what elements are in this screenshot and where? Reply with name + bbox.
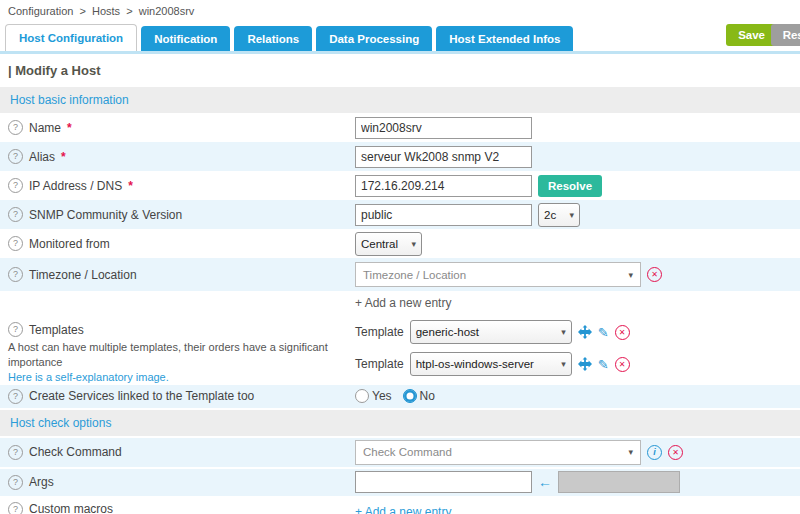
required-marker: * <box>61 150 66 164</box>
radio-yes[interactable] <box>355 389 369 403</box>
row-check-command: ? Check Command Check Command ▾ i ✕ <box>0 438 800 467</box>
required-marker: * <box>67 121 72 135</box>
alias-input[interactable] <box>355 146 532 168</box>
help-icon[interactable]: ? <box>8 322 23 337</box>
create-services-label: Create Services linked to the Template t… <box>29 389 254 403</box>
tab-bar: Host Configuration Notification Relation… <box>0 21 800 54</box>
args-label: Args <box>29 475 54 489</box>
monitored-from-value: Central <box>361 238 398 250</box>
tab-notification[interactable]: Notification <box>141 26 230 51</box>
breadcrumb: Configuration > Hosts > win2008srv <box>0 0 800 21</box>
timezone-select[interactable]: Timezone / Location ▾ <box>355 262 641 287</box>
templates-description: A host can have multiple templates, thei… <box>8 340 355 370</box>
move-icon[interactable] <box>578 357 592 371</box>
row-custom-macros: ? Custom macros Template inheritance Com… <box>0 496 800 514</box>
tab-relations[interactable]: Relations <box>234 26 312 51</box>
save-button[interactable]: Save <box>726 24 777 46</box>
tab-host-extended-infos[interactable]: Host Extended Infos <box>436 26 573 51</box>
edit-icon[interactable]: ✎ <box>598 357 609 372</box>
check-command-label: Check Command <box>29 445 122 459</box>
chevron-down-icon: ▾ <box>411 239 416 249</box>
monitored-from-select[interactable]: Central ▾ <box>355 232 422 256</box>
required-marker: * <box>128 179 133 193</box>
custom-macros-label: Custom macros <box>29 502 113 514</box>
args-disabled-box <box>558 471 680 493</box>
template-row-label: Template <box>355 325 404 339</box>
move-icon[interactable] <box>578 325 592 339</box>
help-icon[interactable]: ? <box>8 178 23 193</box>
info-icon[interactable]: i <box>647 445 662 460</box>
breadcrumb-item[interactable]: Configuration <box>8 5 73 17</box>
template-select-1[interactable]: generic-host ▾ <box>410 320 572 344</box>
reset-button[interactable]: Reset <box>771 24 800 46</box>
snmp-label: SNMP Community & Version <box>29 208 182 222</box>
help-icon[interactable]: ? <box>8 149 23 164</box>
name-label: Name <box>29 121 61 135</box>
template-select-1-value: generic-host <box>416 326 479 338</box>
edit-icon[interactable]: ✎ <box>598 325 609 340</box>
delete-template-icon[interactable]: ✕ <box>615 325 630 340</box>
name-input[interactable] <box>355 117 532 139</box>
clear-check-command-icon[interactable]: ✕ <box>668 445 683 460</box>
row-snmp: ? SNMP Community & Version 2c ▾ <box>0 200 800 229</box>
ip-address-input[interactable] <box>355 175 532 197</box>
check-command-select[interactable]: Check Command ▾ <box>355 440 641 465</box>
radio-no-label: No <box>420 389 435 403</box>
chevron-down-icon: ▾ <box>569 210 574 220</box>
template-select-2-value: htpl-os-windows-server <box>416 358 534 370</box>
row-ip-address: ? IP Address / DNS * Resolve <box>0 171 800 200</box>
check-command-placeholder: Check Command <box>363 446 452 458</box>
help-icon[interactable]: ? <box>8 445 23 460</box>
help-icon[interactable]: ? <box>8 389 23 404</box>
arrow-left-icon: ← <box>538 474 552 490</box>
args-input[interactable] <box>355 471 532 493</box>
ip-address-label: IP Address / DNS <box>29 179 122 193</box>
snmp-version-value: 2c <box>544 209 556 221</box>
alias-label: Alias <box>29 150 55 164</box>
tab-data-processing[interactable]: Data Processing <box>316 26 432 51</box>
breadcrumb-item[interactable]: Hosts <box>92 5 120 17</box>
breadcrumb-item: win2008srv <box>139 5 195 17</box>
template-row: Template htpl-os-windows-server ▾ ✎ ✕ <box>355 352 792 376</box>
radio-yes-label: Yes <box>372 389 392 403</box>
template-row-label: Template <box>355 357 404 371</box>
help-icon[interactable]: ? <box>8 502 23 514</box>
timezone-label: Timezone / Location <box>29 268 137 282</box>
timezone-placeholder: Timezone / Location <box>363 269 466 281</box>
template-row: Template generic-host ▾ ✎ ✕ <box>355 320 792 344</box>
templates-label: Templates <box>29 323 84 337</box>
tab-host-configuration[interactable]: Host Configuration <box>5 24 137 51</box>
row-create-services: ? Create Services linked to the Template… <box>0 385 800 408</box>
chevron-down-icon: ▾ <box>561 359 566 369</box>
add-template-entry-link[interactable]: + Add a new entry <box>355 296 451 310</box>
templates-block: . ? Templates A host can have multiple t… <box>0 291 800 385</box>
row-alias: ? Alias * <box>0 142 800 171</box>
resolve-button[interactable]: Resolve <box>538 175 602 197</box>
chevron-down-icon: ▾ <box>628 447 633 457</box>
breadcrumb-separator: > <box>80 5 86 17</box>
breadcrumb-separator: > <box>126 5 132 17</box>
row-timezone: ? Timezone / Location Timezone / Locatio… <box>0 258 800 291</box>
help-icon[interactable]: ? <box>8 475 23 490</box>
delete-template-icon[interactable]: ✕ <box>615 357 630 372</box>
help-icon[interactable]: ? <box>8 236 23 251</box>
radio-no[interactable] <box>403 389 417 403</box>
page-title: | Modify a Host <box>0 54 800 85</box>
template-select-2[interactable]: htpl-os-windows-server ▾ <box>410 352 572 376</box>
section-host-check-options: Host check options <box>0 410 800 436</box>
row-args: ? Args ← <box>0 469 800 496</box>
clear-timezone-icon[interactable]: ✕ <box>647 267 662 282</box>
row-name: ? Name * <box>0 113 800 142</box>
chevron-down-icon: ▾ <box>561 327 566 337</box>
snmp-community-input[interactable] <box>355 204 532 226</box>
self-explanatory-image-link[interactable]: Here is a self-explanatory image. <box>8 371 169 383</box>
monitored-from-label: Monitored from <box>29 237 110 251</box>
help-icon[interactable]: ? <box>8 207 23 222</box>
snmp-version-select[interactable]: 2c ▾ <box>538 203 580 227</box>
row-monitored-from: ? Monitored from Central ▾ <box>0 229 800 258</box>
chevron-down-icon: ▾ <box>628 270 633 280</box>
add-macro-entry-link[interactable]: + Add a new entry <box>355 505 451 514</box>
section-host-basic-information: Host basic information <box>0 87 800 113</box>
help-icon[interactable]: ? <box>8 267 23 282</box>
help-icon[interactable]: ? <box>8 120 23 135</box>
